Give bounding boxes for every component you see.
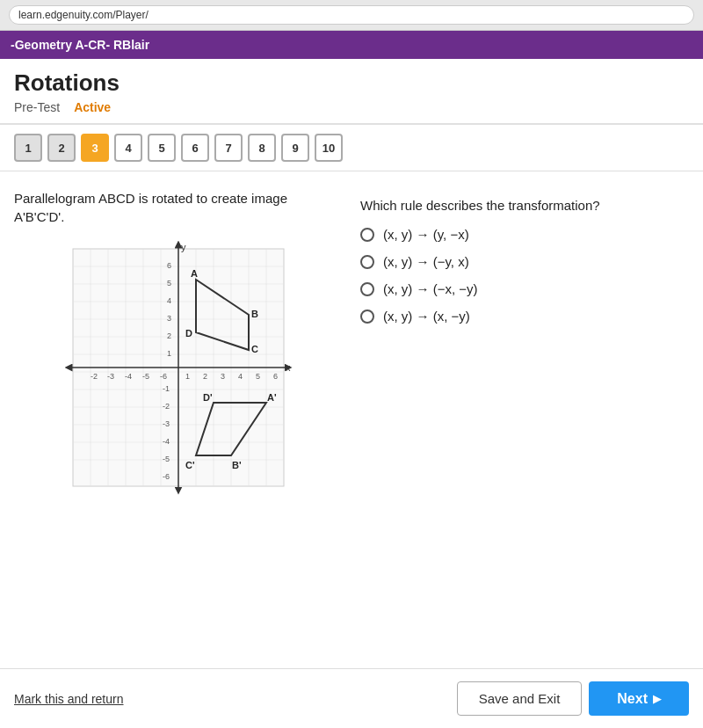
svg-text:-3: -3 (163, 419, 170, 428)
svg-text:A': A' (267, 392, 277, 403)
breadcrumb-status: Active (74, 100, 111, 114)
svg-text:-4: -4 (125, 372, 132, 381)
question-line2: A'B'C'D'. (14, 209, 64, 224)
q-nav-btn-2[interactable]: 2 (47, 134, 76, 162)
radio-1[interactable] (360, 228, 374, 242)
q-nav-btn-4[interactable]: 4 (114, 134, 142, 162)
question-text: Parallelogram ABCD is rotated to create … (14, 189, 343, 226)
content-area: Parallelogram ABCD is rotated to create … (0, 171, 703, 681)
option-item-3[interactable]: (x, y) → (−x, −y) (360, 281, 689, 296)
svg-text:6: 6 (273, 372, 278, 381)
question-nav: 12345678910 (0, 125, 703, 171)
app-header: -Geometry A-CR- RBlair (0, 31, 703, 59)
svg-text:-6: -6 (163, 472, 170, 481)
svg-text:-6: -6 (160, 372, 167, 381)
next-button[interactable]: Next (589, 681, 689, 716)
q-nav-btn-9[interactable]: 9 (281, 134, 309, 162)
footer: Mark this and return Save and Exit Next (0, 668, 703, 728)
svg-text:3: 3 (221, 372, 225, 381)
svg-text:C': C' (185, 460, 195, 470)
svg-text:x: x (286, 362, 291, 373)
breadcrumb: Pre-Test Active (14, 100, 689, 114)
svg-text:-2: -2 (163, 402, 170, 411)
browser-bar: learn.edgenuity.com/Player/ (0, 0, 703, 31)
app-title: -Geometry A-CR- RBlair (11, 38, 149, 52)
option-text-3: (x, y) → (−x, −y) (383, 281, 478, 296)
option-item-4[interactable]: (x, y) → (x, −y) (360, 309, 689, 324)
svg-text:1: 1 (185, 372, 190, 381)
radio-3[interactable] (360, 282, 374, 296)
left-panel: Parallelogram ABCD is rotated to create … (14, 189, 343, 664)
svg-text:1: 1 (167, 349, 171, 358)
right-panel: Which rule describes the transformation?… (360, 189, 689, 664)
page-header: Rotations Pre-Test Active (0, 59, 703, 125)
q-nav-btn-5[interactable]: 5 (148, 134, 176, 162)
svg-text:y: y (181, 242, 186, 252)
coordinate-graph: x y -6 -5 -4 -3 -2 1 2 3 4 5 6 1 2 (55, 240, 301, 504)
svg-text:B: B (251, 309, 258, 319)
svg-text:A: A (191, 268, 198, 279)
svg-text:2: 2 (203, 372, 207, 381)
svg-text:5: 5 (256, 372, 260, 381)
q-nav-btn-6[interactable]: 6 (181, 134, 209, 162)
graph-container: x y -6 -5 -4 -3 -2 1 2 3 4 5 6 1 2 (14, 240, 343, 504)
breadcrumb-test: Pre-Test (14, 100, 60, 114)
options-title: Which rule describes the transformation? (360, 198, 689, 213)
url-bar[interactable]: learn.edgenuity.com/Player/ (9, 5, 694, 25)
svg-text:B': B' (232, 460, 242, 470)
svg-text:4: 4 (167, 296, 171, 305)
save-exit-button[interactable]: Save and Exit (457, 681, 583, 716)
q-nav-btn-10[interactable]: 10 (315, 134, 343, 162)
radio-4[interactable] (360, 309, 374, 324)
mark-return-button[interactable]: Mark this and return (14, 692, 124, 706)
svg-text:-1: -1 (163, 384, 170, 393)
option-text-1: (x, y) → (y, −x) (383, 227, 469, 242)
option-item-1[interactable]: (x, y) → (y, −x) (360, 227, 689, 242)
question-line1: Parallelogram ABCD is rotated to create … (14, 191, 287, 206)
svg-text:6: 6 (167, 261, 171, 270)
q-nav-btn-1[interactable]: 1 (14, 134, 42, 162)
option-item-2[interactable]: (x, y) → (−y, x) (360, 254, 689, 269)
option-text-4: (x, y) → (x, −y) (383, 309, 470, 324)
q-nav-btn-7[interactable]: 7 (214, 134, 243, 162)
svg-text:D': D' (203, 392, 213, 403)
svg-text:3: 3 (167, 314, 171, 323)
q-nav-btn-3[interactable]: 3 (81, 134, 109, 162)
svg-text:-5: -5 (163, 455, 170, 463)
option-text-2: (x, y) → (−y, x) (383, 254, 469, 269)
svg-text:-4: -4 (163, 437, 170, 446)
svg-text:C: C (251, 344, 258, 354)
svg-text:2: 2 (167, 331, 171, 340)
svg-text:-2: -2 (91, 372, 98, 381)
svg-text:-5: -5 (142, 372, 149, 381)
svg-text:4: 4 (238, 372, 243, 381)
footer-right: Save and Exit Next (457, 681, 689, 716)
page-title: Rotations (14, 69, 689, 97)
svg-text:-3: -3 (107, 372, 114, 381)
radio-2[interactable] (360, 255, 374, 269)
svg-text:5: 5 (167, 279, 171, 288)
svg-text:D: D (185, 328, 192, 339)
q-nav-btn-8[interactable]: 8 (248, 134, 276, 162)
